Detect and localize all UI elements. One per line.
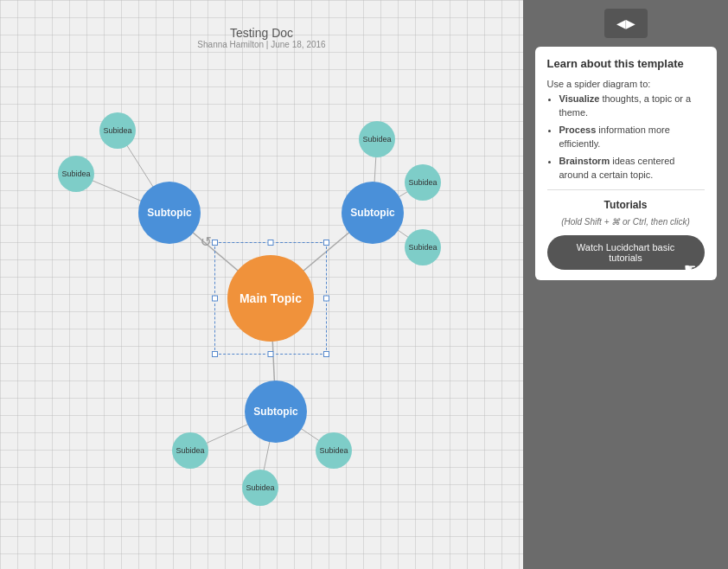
subtopic-right-label: Subtopic — [350, 207, 394, 219]
nav-arrow-button[interactable]: ◀▶ — [604, 9, 648, 38]
tutorials-section: Tutorials (Hold Shift + ⌘ or Ctrl, then … — [547, 189, 705, 270]
main-topic-node[interactable]: Main Topic — [227, 255, 314, 342]
tutorials-hint: (Hold Shift + ⌘ or Ctrl, then click) — [547, 215, 705, 228]
subidea-6[interactable]: Subidea — [316, 432, 352, 469]
rotate-indicator: ↻ — [201, 233, 212, 250]
cursor-icon: ☛ — [684, 260, 696, 277]
bullet-0: Visualize thoughts, a topic or a theme. — [559, 92, 705, 120]
watch-btn-label: Watch Lucidchart basic tutorials — [577, 242, 674, 263]
subtopic-right[interactable]: Subtopic — [342, 182, 404, 244]
canvas-area[interactable]: Testing Doc Shanna Hamilton | June 18, 2… — [0, 0, 523, 569]
bullet-1: Process information more efficiently. — [559, 123, 705, 151]
bullet-list: Visualize thoughts, a topic or a theme. … — [547, 92, 705, 182]
main-topic-label: Main Topic — [239, 291, 302, 305]
bullet-2: Brainstorm ideas centered around a certa… — [559, 154, 705, 182]
tutorials-title: Tutorials — [547, 197, 705, 213]
subidea-7[interactable]: Subidea — [242, 470, 278, 506]
subidea-0[interactable]: Subidea — [99, 112, 136, 149]
subidea-2[interactable]: Subidea — [359, 121, 395, 157]
right-panel: ◀▶ Learn about this template Use a spide… — [523, 0, 728, 569]
subtopic-bottom-label: Subtopic — [253, 406, 297, 418]
subtopic-bottom[interactable]: Subtopic — [245, 380, 307, 443]
intro-text: Use a spider diagram to: — [547, 79, 651, 89]
subidea-4[interactable]: Subidea — [405, 229, 441, 265]
info-panel-body: Use a spider diagram to: Visualize thoug… — [547, 77, 705, 270]
subtopic-left[interactable]: Subtopic — [138, 182, 201, 244]
info-panel: Learn about this template Use a spider d… — [535, 47, 717, 280]
nav-arrow-icon: ◀▶ — [616, 16, 635, 30]
subidea-5[interactable]: Subidea — [172, 432, 208, 469]
subtopic-left-label: Subtopic — [147, 207, 191, 219]
info-panel-title: Learn about this template — [547, 57, 705, 70]
watch-tutorials-button[interactable]: Watch Lucidchart basic tutorials ☛ — [547, 235, 705, 270]
subidea-3[interactable]: Subidea — [405, 164, 441, 201]
subidea-1[interactable]: Subidea — [58, 156, 94, 192]
